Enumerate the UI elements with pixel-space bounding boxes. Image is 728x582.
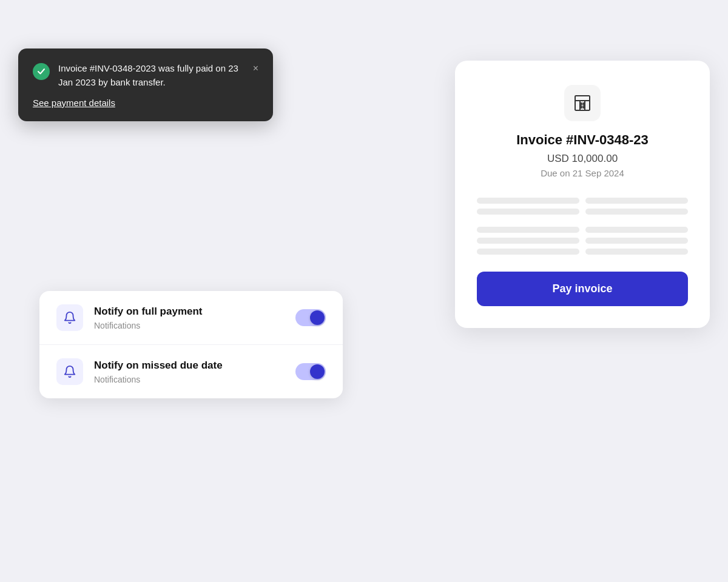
toast-notification: Invoice #INV-0348-2023 was fully paid on… — [18, 48, 273, 121]
notif-title-missed-due: Notify on missed due date — [94, 359, 285, 372]
notif-content-missed-due: Notify on missed due date Notifications — [94, 359, 285, 384]
skeleton-line — [477, 238, 579, 244]
invoice-skeleton-section-2 — [477, 227, 688, 255]
notif-title-full-payment: Notify on full payment — [94, 305, 285, 318]
skeleton-line — [477, 198, 579, 204]
skeleton-line — [585, 227, 688, 233]
invoice-number: Invoice #INV-0348-23 — [516, 132, 649, 148]
skeleton-line — [477, 249, 579, 255]
bell-icon-missed-due — [56, 358, 83, 385]
see-payment-details-link[interactable]: See payment details — [33, 98, 258, 108]
skeleton-line — [585, 238, 688, 244]
notif-subtitle-missed-due: Notifications — [94, 375, 285, 384]
skeleton-row-5 — [477, 249, 688, 255]
notifications-card: Notify on full payment Notifications Not… — [39, 291, 343, 398]
skeleton-line — [585, 209, 688, 215]
invoice-card: Invoice #INV-0348-23 USD 10,000.00 Due o… — [455, 61, 710, 328]
invoice-header: Invoice #INV-0348-23 USD 10,000.00 Due o… — [477, 85, 688, 178]
skeleton-line — [585, 249, 688, 255]
svg-rect-0 — [575, 96, 590, 110]
toast-message: Invoice #INV-0348-2023 was fully paid on… — [58, 62, 244, 89]
skeleton-row-4 — [477, 238, 688, 244]
notif-content-full-payment: Notify on full payment Notifications — [94, 305, 285, 330]
toggle-full-payment[interactable] — [295, 309, 326, 326]
skeleton-row-3 — [477, 227, 688, 233]
invoice-amount: USD 10,000.00 — [547, 153, 618, 165]
svg-rect-4 — [583, 106, 585, 108]
toggle-knob-missed-due — [310, 364, 325, 379]
toast-header: Invoice #INV-0348-2023 was fully paid on… — [33, 62, 258, 89]
notif-subtitle-full-payment: Notifications — [94, 321, 285, 330]
skeleton-line — [477, 209, 579, 215]
toggle-knob-full-payment — [310, 310, 325, 325]
skeleton-line — [477, 227, 579, 233]
invoice-skeleton-section-1 — [477, 198, 688, 215]
pay-invoice-button[interactable]: Pay invoice — [477, 272, 688, 306]
notification-item-missed-due: Notify on missed due date Notifications — [39, 345, 343, 398]
svg-rect-1 — [580, 103, 582, 105]
building-icon — [564, 85, 601, 121]
success-icon — [33, 63, 50, 80]
toast-close-button[interactable]: × — [253, 63, 258, 74]
svg-rect-2 — [583, 103, 585, 105]
bell-icon-full-payment — [56, 304, 83, 331]
notification-item-full-payment: Notify on full payment Notifications — [39, 291, 343, 345]
toggle-missed-due[interactable] — [295, 363, 326, 380]
skeleton-row-2 — [477, 209, 688, 215]
svg-rect-3 — [580, 106, 582, 108]
skeleton-line — [585, 198, 688, 204]
invoice-due-date: Due on 21 Sep 2024 — [541, 168, 624, 178]
skeleton-row-1 — [477, 198, 688, 204]
